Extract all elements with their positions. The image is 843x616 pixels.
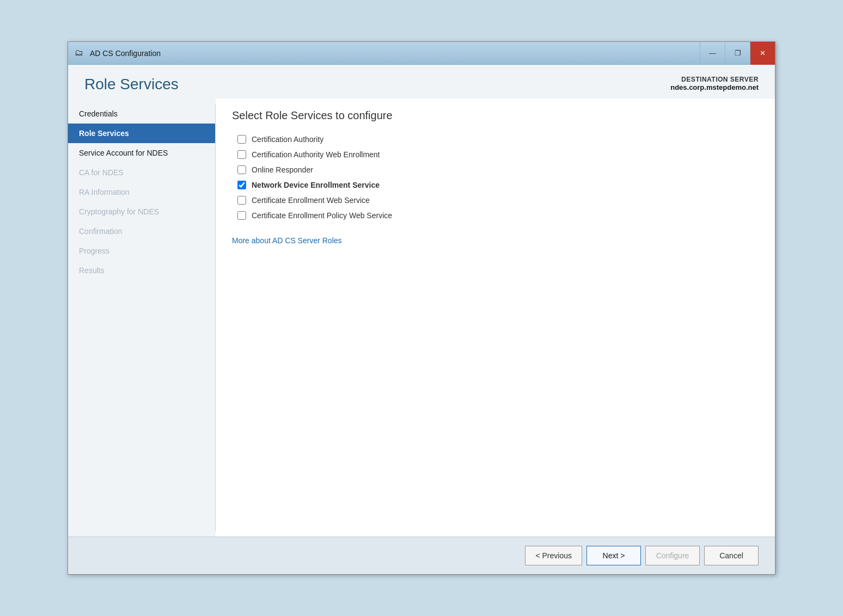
main-panel: Select Role Services to configure Certif… [216,98,775,537]
page-title: Role Services [84,76,179,93]
sidebar-item-cryptography: Cryptography for NDES [68,202,215,221]
footer: < Previous Next > Configure Cancel [68,537,775,574]
checkbox-cert-enrollment-web-input[interactable] [237,196,246,205]
checkbox-ndes[interactable]: Network Device Enrollment Service [237,181,759,189]
maximize-button[interactable]: ❐ [725,42,750,65]
minimize-button[interactable]: — [700,42,725,65]
sidebar-item-confirmation: Confirmation [68,221,215,241]
main-header: Role Services DESTINATION SERVER ndes.co… [68,65,775,98]
checkbox-online-responder-input[interactable] [237,165,246,174]
next-button[interactable]: Next > [587,546,641,565]
sidebar: Credentials Role Services Service Accoun… [68,98,215,537]
role-services-list: Certification Authority Certification Au… [237,135,759,220]
sidebar-item-credentials[interactable]: Credentials [68,104,215,124]
previous-button[interactable]: < Previous [525,546,582,565]
main-window: 🗂 AD CS Configuration — ❐ ✕ Role Service… [68,41,775,575]
destination-server-block: DESTINATION SERVER ndes.corp.mstepdemo.n… [670,76,759,91]
content-area: Role Services DESTINATION SERVER ndes.co… [68,65,775,537]
checkbox-cert-authority-input[interactable] [237,135,246,144]
app-icon: 🗂 [75,48,85,59]
checkbox-cert-authority-web[interactable]: Certification Authority Web Enrollment [237,150,759,159]
checkbox-online-responder[interactable]: Online Responder [237,165,759,174]
configure-button[interactable]: Configure [645,546,700,565]
checkbox-cert-authority[interactable]: Certification Authority [237,135,759,144]
sidebar-item-progress: Progress [68,241,215,261]
window-title: AD CS Configuration [90,49,161,58]
checkbox-ndes-input[interactable] [237,181,246,189]
sidebar-item-service-account[interactable]: Service Account for NDES [68,143,215,163]
checkbox-cert-enrollment-web[interactable]: Certificate Enrollment Web Service [237,196,759,205]
title-bar: 🗂 AD CS Configuration — ❐ ✕ [68,42,775,65]
more-about-link[interactable]: More about AD CS Server Roles [232,236,342,245]
window-controls: — ❐ ✕ [700,42,775,65]
close-button[interactable]: ✕ [750,42,775,65]
sidebar-item-ra-info: RA Information [68,182,215,202]
checkbox-cert-authority-web-input[interactable] [237,150,246,159]
sidebar-item-results: Results [68,261,215,280]
body-section: Credentials Role Services Service Accoun… [68,98,775,537]
destination-label: DESTINATION SERVER [670,76,759,83]
section-title: Select Role Services to configure [232,109,759,122]
checkbox-cert-enrollment-policy-input[interactable] [237,211,246,220]
cancel-button[interactable]: Cancel [704,546,759,565]
sidebar-item-role-services[interactable]: Role Services [68,124,215,143]
checkbox-cert-enrollment-policy[interactable]: Certificate Enrollment Policy Web Servic… [237,211,759,220]
destination-value: ndes.corp.mstepdemo.net [670,83,759,91]
title-bar-left: 🗂 AD CS Configuration [75,48,161,59]
sidebar-item-ca-ndes: CA for NDES [68,163,215,182]
